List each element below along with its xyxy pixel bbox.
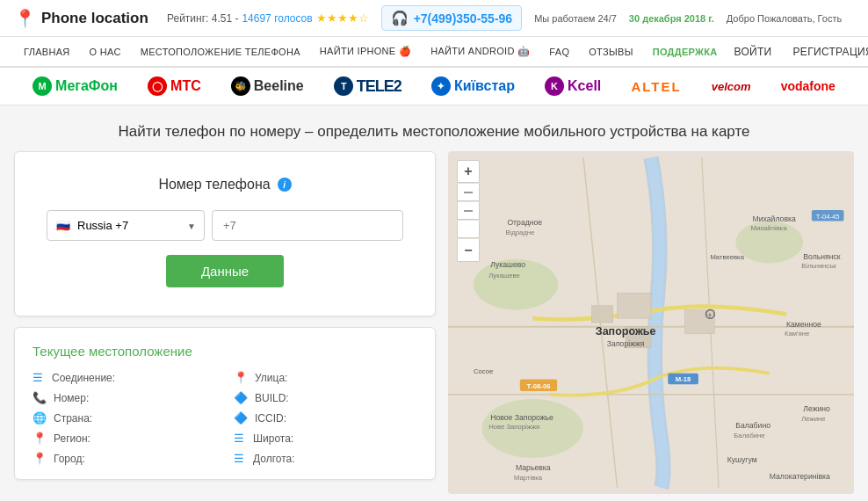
connection-label: Соединение:	[52, 372, 115, 384]
location-field-build: 🔷 BUILD:	[234, 391, 417, 404]
svg-text:Марьевка: Марьевка	[516, 463, 551, 472]
mts-label: МТС	[170, 78, 201, 94]
carrier-kyivstar[interactable]: ✦ Київстар	[431, 76, 515, 96]
svg-text:Балабино: Балабино	[735, 421, 770, 430]
map-svg: Запорожье Запоріжжя Отрадное Відрадне Лу…	[448, 151, 854, 494]
carrier-megafon[interactable]: М МегаФон	[33, 76, 118, 96]
location-field-connection: ☰ Соединение:	[33, 371, 216, 384]
city-label: Город:	[54, 453, 85, 465]
svg-text:Т-04-45: Т-04-45	[816, 213, 840, 221]
latitude-label: Широта:	[253, 432, 293, 445]
register-link[interactable]: Регистрация	[786, 42, 868, 62]
nav-support[interactable]: ПОДДЕРЖКА	[643, 38, 727, 66]
svg-text:Михайлівка: Михайлівка	[751, 224, 788, 232]
left-panel: Номер телефона i 🇷🇺 Russia +7 ▼ Данные Т…	[14, 151, 436, 494]
zoom-out-button[interactable]: −	[457, 239, 480, 262]
carrier-mts[interactable]: ◯ МТС	[148, 76, 201, 96]
svg-text:Лежине: Лежине	[801, 415, 825, 423]
build-icon: 🔷	[234, 391, 248, 404]
beeline-label: Beeline	[254, 78, 304, 94]
longitude-icon: ☰	[234, 452, 246, 465]
stars-icon: ★★★★☆	[316, 11, 369, 25]
carrier-altel[interactable]: ALTEL	[631, 79, 681, 94]
logo-text: Phone location	[41, 10, 148, 27]
iccid-icon: 🔷	[234, 411, 248, 425]
nav-find-iphone[interactable]: НАЙТИ IPHONE 🍎	[310, 37, 421, 66]
kcell-icon: K	[545, 76, 564, 96]
iccid-label: ICCID:	[255, 412, 286, 425]
carrier-vodafone[interactable]: vodafone	[781, 79, 835, 93]
country-icon: 🌐	[33, 411, 47, 425]
region-label: Регион:	[54, 432, 90, 445]
form-title: Номер телефона i	[47, 177, 403, 192]
tele2-icon: T	[334, 76, 353, 96]
kcell-label: Kcell	[568, 78, 601, 94]
rating-votes-link[interactable]: 14697 голосов	[242, 12, 312, 25]
country-label: Russia +7	[77, 219, 128, 232]
login-link[interactable]: Войти	[727, 42, 779, 62]
nav-faq[interactable]: FAQ	[539, 38, 579, 66]
nav-home[interactable]: ГЛАВНАЯ	[14, 38, 80, 66]
svg-text:Вільнянськ: Вільнянськ	[801, 262, 836, 270]
greeting-text: Добро Пожаловать, Гость	[727, 13, 842, 24]
altel-label: ALTEL	[631, 79, 681, 94]
map-panel[interactable]: Запорожье Запоріжжя Отрадное Відрадне Лу…	[448, 151, 854, 494]
svg-text:Лежино: Лежино	[803, 404, 830, 413]
location-field-longitude: ☰ Долгота:	[234, 452, 417, 465]
phone-field-icon: 📞	[33, 391, 47, 404]
phone-input-row: 🇷🇺 Russia +7 ▼	[47, 210, 403, 241]
svg-text:Нове Запоріжжя: Нове Запоріжжя	[488, 423, 539, 431]
region-icon: 📍	[33, 432, 47, 445]
nav-phone-location[interactable]: МЕСТОПОЛОЖЕНИЕ ТЕЛЕФОНА	[131, 38, 310, 66]
location-card-title: Текущее местоположение	[33, 344, 417, 359]
svg-text:Отрадное: Отрадное	[507, 218, 542, 227]
svg-text:Кам'яне: Кам'яне	[785, 330, 809, 338]
street-label: Улица:	[255, 372, 287, 384]
location-field-city: 📍 Город:	[33, 452, 216, 465]
carrier-beeline[interactable]: 🐝 Beeline	[231, 76, 304, 96]
megafon-icon: М	[33, 76, 52, 96]
tele2-label: TELE2	[357, 77, 401, 96]
latitude-icon: ☰	[234, 432, 246, 445]
country-select[interactable]: 🇷🇺 Russia +7	[47, 210, 205, 241]
android-icon: 🤖	[517, 46, 530, 56]
rating-block: Рейтинг: 4.51 - 14697 голосов ★★★★☆	[167, 11, 369, 25]
svg-text:Матвеевка: Матвеевка	[710, 253, 744, 261]
kyivstar-icon: ✦	[431, 76, 451, 96]
nav-reviews[interactable]: ОТЗЫВЫ	[579, 38, 642, 66]
megafon-label: МегаФон	[55, 78, 118, 94]
zoom-in-button[interactable]: +	[457, 160, 480, 183]
content-area: Номер телефона i 🇷🇺 Russia +7 ▼ Данные Т…	[0, 151, 868, 501]
phone-number-input[interactable]	[212, 210, 403, 241]
location-field-iccid: 🔷 ICCID:	[234, 411, 417, 425]
rating-label: Рейтинг: 4.51 -	[167, 12, 238, 25]
svg-rect-8	[618, 293, 652, 318]
logo[interactable]: 📍 Phone location	[14, 8, 155, 29]
svg-text:Новое Запорожье: Новое Запорожье	[490, 413, 553, 422]
flag-russia-icon: 🇷🇺	[56, 219, 70, 232]
svg-text:Відрадне: Відрадне	[505, 229, 534, 236]
svg-text:Лукашеве: Лукашеве	[488, 272, 520, 280]
country-select-wrap: 🇷🇺 Russia +7 ▼	[47, 210, 205, 241]
headphone-icon: 🎧	[391, 10, 409, 26]
nav-find-android[interactable]: НАЙТИ ANDROID 🤖	[421, 37, 539, 66]
location-card: Текущее местоположение ☰ Соединение: 📍 У…	[14, 327, 436, 480]
build-label: BUILD:	[255, 392, 289, 404]
info-icon[interactable]: i	[278, 178, 292, 192]
submit-button[interactable]: Данные	[166, 255, 284, 287]
work-hours: Мы работаем 24/7	[534, 13, 617, 24]
city-icon: 📍	[33, 452, 47, 465]
carrier-tele2[interactable]: T TELE2	[334, 76, 401, 96]
top-header: 📍 Phone location Рейтинг: 4.51 - 14697 г…	[0, 0, 868, 37]
carrier-velcom[interactable]: velcom	[712, 80, 751, 93]
svg-text:Балабине: Балабине	[734, 432, 764, 439]
map-controls: + −	[457, 160, 480, 262]
nav-about[interactable]: О НАС	[80, 38, 131, 66]
svg-text:М-18: М-18	[676, 375, 691, 383]
location-field-country: 🌐 Страна:	[33, 411, 216, 425]
number-label: Номер:	[54, 392, 89, 404]
location-field-latitude: ☰ Широта:	[234, 432, 417, 445]
kyivstar-label: Київстар	[454, 78, 515, 94]
carrier-kcell[interactable]: K Kcell	[545, 76, 601, 96]
main-nav: ГЛАВНАЯ О НАС МЕСТОПОЛОЖЕНИЕ ТЕЛЕФОНА НА…	[0, 37, 868, 68]
